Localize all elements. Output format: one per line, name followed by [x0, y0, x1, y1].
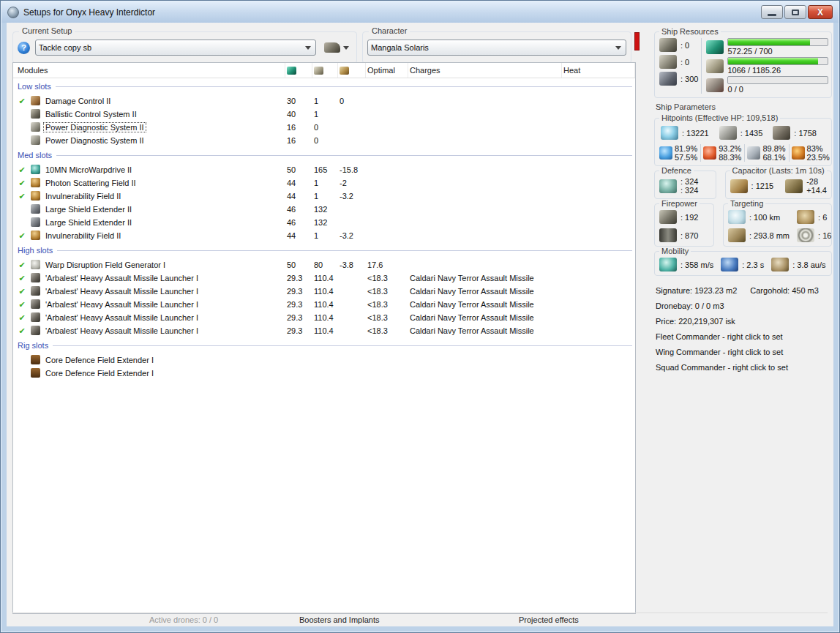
module-row[interactable]: ✔'Arbalest' Heavy Assault Missile Launch…	[13, 271, 635, 285]
module-icon-cell	[31, 191, 44, 202]
module-row[interactable]: ✔Warp Disruption Field Generator I5080-3…	[13, 258, 635, 271]
module-name: 'Arbalest' Heavy Assault Missile Launche…	[44, 300, 200, 309]
scan-resolution-value: : 293.8 mm	[749, 231, 790, 240]
module-row[interactable]: ✔Invulnerability Field II441-3.2	[13, 229, 635, 242]
module-icon-cell	[31, 286, 44, 297]
module-cap: -3.2	[338, 231, 366, 240]
titlebar[interactable]: Setups for Onyx Heavy Interdictor X	[1, 1, 839, 23]
module-name: 'Arbalest' Heavy Assault Missile Launche…	[44, 287, 200, 296]
defence-value-top: : 324	[680, 177, 698, 186]
module-name: Power Diagnostic System II	[44, 136, 146, 145]
ham-icon	[31, 273, 40, 282]
explosive-resist-icon	[792, 146, 805, 160]
powergrid-icon	[706, 59, 724, 73]
module-row[interactable]: ✔Damage Control II3010	[13, 94, 635, 108]
hull-hp-value: : 1758	[794, 129, 817, 138]
module-row[interactable]: ✔'Arbalest' Heavy Assault Missile Launch…	[13, 311, 635, 324]
current-setup-value: Tackle copy sb	[39, 43, 91, 52]
hitpoints-group: Hitpoints (Effective HP: 109,518) : 1322…	[654, 118, 832, 166]
module-row[interactable]: ✔'Arbalest' Heavy Assault Missile Launch…	[13, 298, 635, 311]
module-row[interactable]: Large Shield Extender II46132	[13, 203, 635, 216]
slot-section-title: Rig slots	[18, 341, 53, 350]
kinetic-resist: 89.8%68.1%	[744, 144, 785, 162]
module-row[interactable]: ✔Invulnerability Field II441-3.2	[13, 190, 635, 203]
module-cpu: 30	[285, 97, 312, 105]
chevron-down-icon	[343, 46, 349, 50]
rig-icon	[31, 355, 40, 364]
explosive-armor-resist: 23.5%	[807, 153, 830, 162]
module-name: Warp Disruption Field Generator I	[44, 261, 167, 269]
chevron-down-icon	[615, 46, 621, 50]
active-check-icon: ✔	[13, 165, 31, 175]
module-cpu: 16	[285, 136, 312, 145]
active-check-icon: ✔	[13, 313, 31, 323]
module-icon-cell	[31, 231, 44, 241]
maximize-button[interactable]	[784, 5, 806, 19]
targeting-group: Targeting : 100 km : 6 : 293.8 mm : 16	[723, 203, 832, 247]
volley-value: : 870	[680, 231, 698, 240]
close-button[interactable]: X	[808, 5, 833, 19]
module-cpu: 44	[285, 231, 312, 240]
active-drones-toggle[interactable]: Active drones: 0 / 0	[149, 615, 218, 624]
module-icon-cell	[31, 260, 44, 271]
firepower-group: Firepower : 192 : 870	[654, 203, 714, 247]
squad-commander-setter[interactable]: Squad Commander - right click to set	[656, 360, 835, 375]
kinetic-armor-resist: 68.1%	[762, 153, 785, 162]
minimize-button[interactable]	[761, 5, 783, 19]
cpu-bar	[727, 38, 828, 46]
character-combobox[interactable]: Mangala Solaris	[367, 40, 626, 56]
module-optimal: <18.3	[366, 313, 408, 322]
ship-resources-group: Ship Resources : 0 : 0 : 300 572.25 / 70…	[654, 31, 832, 98]
module-row[interactable]: ✔Photon Scattering Field II441-2	[13, 176, 635, 190]
ship-menu-button[interactable]	[321, 41, 352, 54]
module-row[interactable]: ✔'Arbalest' Heavy Assault Missile Launch…	[13, 285, 635, 298]
targeting-range-icon	[728, 210, 746, 224]
app-icon	[7, 7, 19, 18]
max-velocity-value: : 358 m/s	[680, 261, 713, 269]
module-row[interactable]: Core Defence Field Extender I	[13, 367, 635, 380]
targeting-label: Targeting	[728, 199, 765, 208]
mwd-icon	[31, 165, 40, 174]
current-setup-combobox[interactable]: Tackle copy sb	[35, 40, 316, 56]
module-cap: -2	[338, 179, 366, 187]
module-optimal: <18.3	[366, 274, 408, 282]
help-icon[interactable]: ?	[18, 42, 30, 54]
pds-icon	[31, 122, 40, 132]
slot-section-title: Low slots	[18, 82, 56, 91]
lse-icon	[31, 217, 40, 227]
module-row[interactable]: Core Defence Field Extender I	[13, 353, 635, 367]
module-name: Core Defence Field Extender I	[44, 369, 155, 378]
module-icon-cell	[31, 326, 44, 337]
module-pg: 0	[312, 123, 338, 132]
projected-effects-toggle[interactable]: Projected effects	[519, 615, 579, 624]
drone-bar-label: 0 / 0	[727, 85, 828, 94]
dps-value: : 192	[680, 213, 698, 222]
eft-window: Setups for Onyx Heavy Interdictor X Curr…	[0, 0, 840, 633]
current-setup-group: Current Setup ? Tackle copy sb	[12, 31, 357, 64]
module-optimal: <18.3	[366, 300, 408, 309]
powergrid-bar-label: 1066 / 1185.26	[727, 66, 828, 75]
module-cpu: 46	[285, 205, 312, 214]
fleet-commander-setter[interactable]: Fleet Commander - right click to set	[656, 329, 835, 345]
module-icon-cell	[31, 368, 44, 379]
defence-label: Defence	[659, 166, 694, 175]
module-row[interactable]: Power Diagnostic System II160	[13, 134, 635, 147]
slot-section-line	[53, 345, 632, 346]
boosters-implants-toggle[interactable]: Boosters and Implants	[299, 615, 379, 624]
module-name: Large Shield Extender II	[44, 218, 133, 227]
module-row[interactable]: Ballistic Control System II401	[13, 108, 635, 121]
module-row[interactable]: Large Shield Extender II46132	[13, 216, 635, 229]
module-row[interactable]: Power Diagnostic System II160	[13, 121, 635, 134]
wing-commander-setter[interactable]: Wing Commander - right click to set	[656, 345, 835, 360]
module-pg: 132	[312, 218, 338, 227]
hull-hp-icon	[773, 126, 790, 140]
module-name: 'Arbalest' Heavy Assault Missile Launche…	[44, 326, 200, 335]
module-row[interactable]: ✔'Arbalest' Heavy Assault Missile Launch…	[13, 324, 635, 337]
pds-icon	[31, 135, 40, 145]
dps-icon	[659, 210, 677, 224]
module-pg: 0	[312, 136, 338, 145]
powergrid-column-header	[312, 63, 338, 78]
module-row[interactable]: ✔10MN MicroWarpdrive II50165-15.8	[13, 163, 635, 176]
slot-section-line	[57, 250, 632, 251]
module-charge: Caldari Navy Terror Assault Missile	[408, 287, 562, 296]
